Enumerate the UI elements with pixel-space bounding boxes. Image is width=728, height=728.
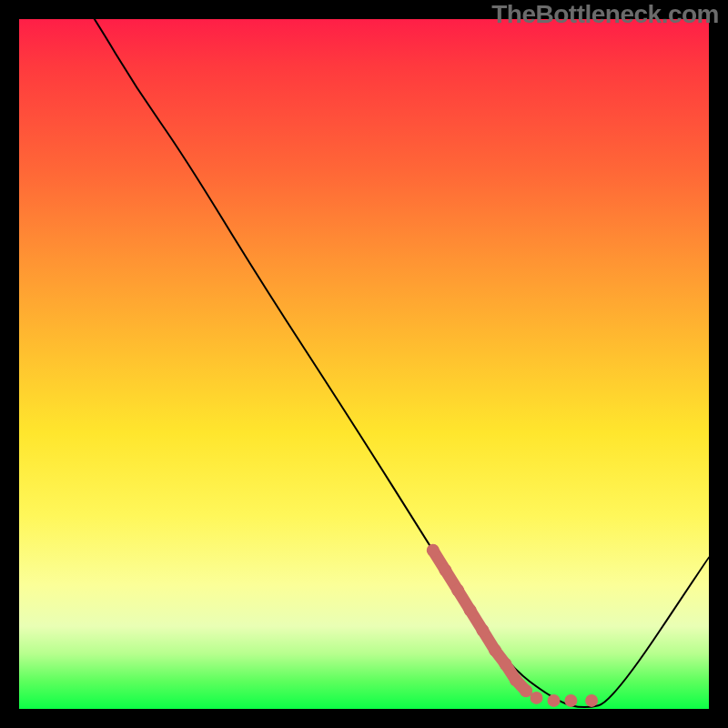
curve-marker (476, 624, 489, 637)
curve-marker (439, 564, 451, 577)
curve-marker (489, 644, 501, 657)
curve-marker (464, 604, 477, 617)
curve-marker (548, 694, 561, 707)
curve-marker (510, 673, 522, 686)
chart-svg (19, 19, 709, 709)
plot-area (19, 19, 709, 709)
curve-marker (499, 658, 511, 671)
curve-marker (520, 684, 532, 697)
marker-group (427, 544, 598, 707)
curve-marker (531, 692, 543, 704)
curve-marker (564, 694, 577, 707)
bottleneck-curve-path (19, 19, 709, 707)
watermark-text: TheBottleneck.com (491, 0, 719, 29)
curve-marker (585, 694, 598, 707)
chart-frame: TheBottleneck.com (0, 0, 728, 728)
curve-marker (427, 544, 440, 557)
curve-marker (451, 584, 464, 597)
